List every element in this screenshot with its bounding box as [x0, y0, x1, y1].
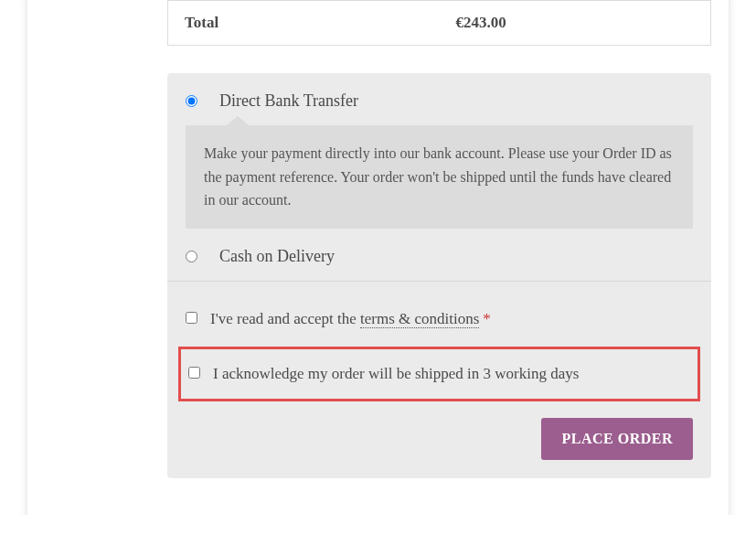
order-summary-table: Total €243.00 [167, 0, 711, 46]
right-sidebar-edge [729, 0, 756, 515]
required-mark: * [483, 310, 491, 327]
total-label: Total [168, 1, 440, 46]
checkout-content: Total €243.00 Direct Bank Transfer Make … [27, 0, 729, 515]
section-divider [167, 281, 711, 282]
payment-description-bank: Make your payment directly into our bank… [186, 125, 693, 229]
terms-checkbox[interactable] [186, 312, 197, 324]
payment-radio-cod[interactable] [186, 251, 197, 262]
payment-method-bank[interactable]: Direct Bank Transfer [186, 91, 693, 111]
acknowledge-label[interactable]: I acknowledge my order will be shipped i… [213, 362, 579, 386]
terms-section: I've read and accept the terms & conditi… [167, 291, 711, 478]
payment-label-bank[interactable]: Direct Bank Transfer [219, 91, 358, 111]
acknowledge-checkbox-row[interactable]: I acknowledge my order will be shipped i… [188, 351, 690, 397]
acknowledge-checkbox[interactable] [188, 367, 200, 379]
total-value: €243.00 [440, 1, 711, 46]
payment-method-cod[interactable]: Cash on Delivery [186, 247, 693, 266]
place-order-button[interactable]: PLACE ORDER [541, 418, 693, 460]
acknowledge-highlight: I acknowledge my order will be shipped i… [178, 347, 700, 401]
payment-box: Direct Bank Transfer Make your payment d… [167, 73, 711, 478]
left-sidebar-edge [0, 0, 27, 515]
terms-checkbox-row[interactable]: I've read and accept the terms & conditi… [186, 307, 693, 331]
place-order-row: PLACE ORDER [186, 414, 693, 460]
payment-label-cod[interactable]: Cash on Delivery [219, 247, 335, 266]
payment-radio-bank[interactable] [186, 95, 197, 107]
table-row: Total €243.00 [168, 1, 711, 46]
terms-prefix: I've read and accept the [210, 310, 360, 327]
terms-link[interactable]: terms & conditions [360, 310, 479, 328]
terms-label[interactable]: I've read and accept the terms & conditi… [210, 307, 491, 331]
payment-methods-list: Direct Bank Transfer Make your payment d… [167, 73, 711, 266]
